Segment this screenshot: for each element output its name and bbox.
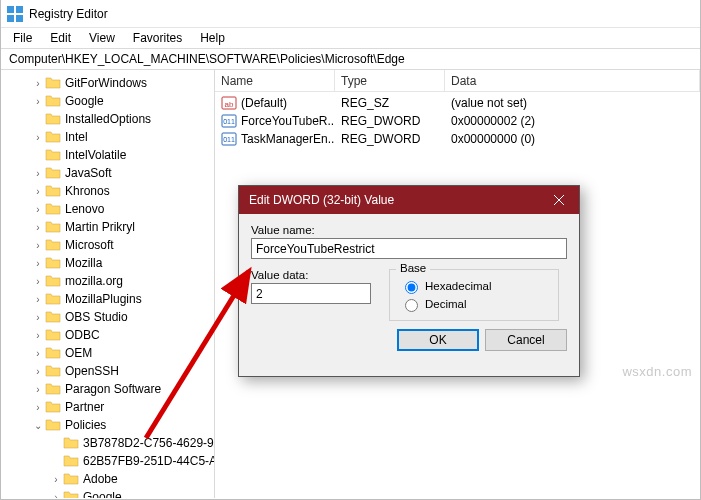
tree-node-label: IntelVolatile	[65, 148, 126, 162]
tree-node[interactable]: ›Intel	[1, 128, 214, 146]
expand-icon[interactable]: ›	[31, 204, 45, 215]
tree-node[interactable]: ›Partner	[1, 398, 214, 416]
expand-icon[interactable]: ›	[49, 492, 63, 499]
value-row[interactable]: 011TaskManagerEn...REG_DWORD0x00000000 (…	[215, 130, 700, 148]
dialog-titlebar[interactable]: Edit DWORD (32-bit) Value	[239, 186, 579, 214]
folder-icon	[45, 255, 61, 271]
address-bar	[1, 48, 700, 70]
tree-node-label: JavaSoft	[65, 166, 112, 180]
folder-icon	[45, 147, 61, 163]
tree-node[interactable]: ›MozillaPlugins	[1, 290, 214, 308]
column-name[interactable]: Name	[215, 70, 335, 91]
base-legend: Base	[396, 262, 430, 274]
dword-value-icon: 011	[221, 131, 237, 147]
expand-icon[interactable]: ›	[31, 384, 45, 395]
tree-node[interactable]: ›Adobe	[1, 470, 214, 488]
tree-node-label: ODBC	[65, 328, 100, 342]
menu-favorites[interactable]: Favorites	[125, 29, 190, 47]
dialog-buttons: OK Cancel	[239, 329, 579, 361]
tree-node[interactable]: ›GitForWindows	[1, 74, 214, 92]
hexadecimal-radio[interactable]	[405, 281, 418, 294]
menu-view[interactable]: View	[81, 29, 123, 47]
folder-icon	[45, 237, 61, 253]
tree-node[interactable]: ›Mozilla	[1, 254, 214, 272]
folder-icon	[45, 399, 61, 415]
tree-node-label: OpenSSH	[65, 364, 119, 378]
folder-icon	[45, 201, 61, 217]
expand-icon[interactable]: ›	[31, 330, 45, 341]
expand-icon[interactable]: ›	[31, 186, 45, 197]
folder-icon	[45, 111, 61, 127]
tree-node[interactable]: 3B7878D2-C756-4629-9AF	[1, 434, 214, 452]
svg-text:011: 011	[223, 136, 235, 143]
tree-node[interactable]: ›OpenSSH	[1, 362, 214, 380]
tree-node[interactable]: ›OEM	[1, 344, 214, 362]
watermark: wsxdn.com	[622, 364, 692, 379]
menu-edit[interactable]: Edit	[42, 29, 79, 47]
tree-node-label: Policies	[65, 418, 106, 432]
menu-help[interactable]: Help	[192, 29, 233, 47]
dword-value-icon: 011	[221, 113, 237, 129]
expand-icon[interactable]: ›	[31, 294, 45, 305]
value-row[interactable]: 011ForceYouTubeR...REG_DWORD0x00000002 (…	[215, 112, 700, 130]
folder-icon	[45, 93, 61, 109]
value-list[interactable]: ab(Default)REG_SZ(value not set)011Force…	[215, 92, 700, 148]
tree-node[interactable]: IntelVolatile	[1, 146, 214, 164]
tree-node[interactable]: InstalledOptions	[1, 110, 214, 128]
dialog-close-button[interactable]	[539, 186, 579, 214]
tree-node[interactable]: ⌄Policies	[1, 416, 214, 434]
expand-icon[interactable]: ›	[31, 168, 45, 179]
svg-text:011: 011	[223, 118, 235, 125]
tree-node[interactable]: ›Microsoft	[1, 236, 214, 254]
folder-icon	[45, 75, 61, 91]
tree-node[interactable]: ›Paragon Software	[1, 380, 214, 398]
expand-icon[interactable]: ›	[31, 348, 45, 359]
expand-icon[interactable]: ›	[31, 258, 45, 269]
address-input[interactable]	[7, 51, 694, 67]
cancel-button[interactable]: Cancel	[485, 329, 567, 351]
expand-icon[interactable]: ›	[31, 96, 45, 107]
expand-icon[interactable]: ›	[31, 276, 45, 287]
key-tree-pane[interactable]: ›GitForWindows›GoogleInstalledOptions›In…	[1, 70, 215, 498]
folder-icon	[63, 453, 79, 469]
tree-node[interactable]: 62B57FB9-251D-44C5-A72	[1, 452, 214, 470]
tree-node[interactable]: ›Khronos	[1, 182, 214, 200]
tree-node-label: OBS Studio	[65, 310, 128, 324]
expand-icon[interactable]: ›	[31, 222, 45, 233]
expand-icon[interactable]: ›	[31, 78, 45, 89]
base-groupbox: Base Hexadecimal Decimal	[389, 269, 559, 321]
folder-icon	[45, 417, 61, 433]
folder-icon	[63, 435, 79, 451]
dialog-body: Value name: Value data: Base Hexadecimal…	[239, 214, 579, 329]
tree-node[interactable]: ›JavaSoft	[1, 164, 214, 182]
value-row[interactable]: ab(Default)REG_SZ(value not set)	[215, 94, 700, 112]
expand-icon[interactable]: ›	[31, 366, 45, 377]
value-name: (Default)	[241, 96, 287, 110]
decimal-radio[interactable]	[405, 299, 418, 312]
value-name-input[interactable]	[251, 238, 567, 259]
svg-rect-3	[16, 15, 23, 22]
menu-file[interactable]: File	[5, 29, 40, 47]
ok-button[interactable]: OK	[397, 329, 479, 351]
tree-node[interactable]: ›mozilla.org	[1, 272, 214, 290]
tree-node[interactable]: ›Lenovo	[1, 200, 214, 218]
tree-node[interactable]: ›OBS Studio	[1, 308, 214, 326]
tree-node[interactable]: ›Google	[1, 92, 214, 110]
tree-node-label: 3B7878D2-C756-4629-9AF	[83, 436, 215, 450]
tree-node-label: Khronos	[65, 184, 110, 198]
hexadecimal-label: Hexadecimal	[425, 280, 491, 292]
tree-node[interactable]: ›Martin Prikryl	[1, 218, 214, 236]
expand-icon[interactable]: ›	[31, 402, 45, 413]
expand-icon[interactable]: ⌄	[31, 420, 45, 431]
expand-icon[interactable]: ›	[31, 240, 45, 251]
tree-node-label: mozilla.org	[65, 274, 123, 288]
tree-node[interactable]: ›ODBC	[1, 326, 214, 344]
expand-icon[interactable]: ›	[49, 474, 63, 485]
svg-rect-1	[16, 6, 23, 13]
expand-icon[interactable]: ›	[31, 132, 45, 143]
column-type[interactable]: Type	[335, 70, 445, 91]
column-data[interactable]: Data	[445, 70, 700, 91]
tree-node[interactable]: ›Google	[1, 488, 214, 498]
expand-icon[interactable]: ›	[31, 312, 45, 323]
value-data-input[interactable]	[251, 283, 371, 304]
